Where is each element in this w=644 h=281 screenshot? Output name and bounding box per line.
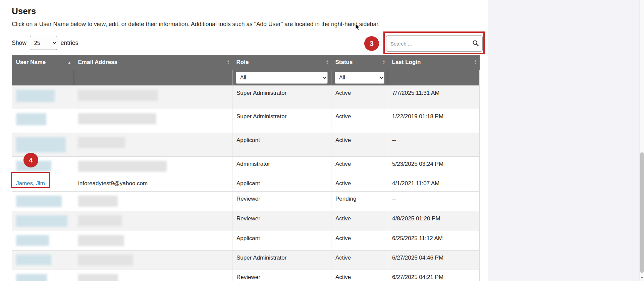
column-label: User Name bbox=[16, 59, 46, 65]
cell-role: Super Administrator bbox=[232, 250, 331, 270]
scrollbar[interactable]: ▾ bbox=[639, 0, 644, 281]
cell-user-name[interactable] bbox=[12, 211, 74, 231]
cell-email bbox=[74, 85, 232, 109]
redacted-user-name bbox=[16, 215, 67, 227]
entries-label: entries bbox=[61, 40, 78, 47]
table-row: AdministratorActive5/23/2025 03:24 PM bbox=[12, 156, 480, 176]
table-row: James, Jiminforeadytest9@yahoo.comApplic… bbox=[12, 176, 480, 191]
cell-last-login: -- bbox=[388, 133, 480, 156]
cell-status: Active bbox=[331, 211, 388, 231]
redacted-email bbox=[78, 196, 118, 207]
cell-status: Active bbox=[331, 133, 388, 156]
right-sidebar bbox=[488, 0, 639, 281]
filter-cell-email-address bbox=[74, 70, 232, 85]
show-label: Show bbox=[12, 40, 26, 47]
search-input[interactable] bbox=[386, 36, 483, 52]
redacted-user-name bbox=[16, 235, 49, 246]
role-filter-select[interactable]: All bbox=[236, 72, 328, 84]
cell-user-name[interactable] bbox=[12, 109, 74, 133]
table-controls: Show 25 entries bbox=[12, 35, 479, 54]
sort-ascending-icon: ▲ bbox=[68, 60, 71, 64]
cell-role: Reviewer bbox=[232, 270, 331, 281]
cell-role: Reviewer bbox=[232, 211, 331, 231]
sort-both-icon: ▲▼ bbox=[474, 60, 477, 65]
page-size-select[interactable]: 25 bbox=[30, 36, 57, 50]
cell-email bbox=[74, 211, 232, 231]
cell-status: Active bbox=[331, 85, 388, 109]
redacted-user-name bbox=[16, 196, 62, 207]
redacted-email bbox=[78, 161, 167, 172]
sort-both-icon: ▲▼ bbox=[383, 60, 385, 65]
cell-email bbox=[74, 231, 232, 250]
scroll-down-arrow[interactable]: ▾ bbox=[640, 276, 644, 281]
cell-user-name[interactable] bbox=[12, 250, 74, 270]
column-label: Status bbox=[335, 59, 353, 65]
cell-user-name[interactable]: James, Jim bbox=[12, 176, 74, 191]
cell-last-login: 7/7/2025 11:31 AM bbox=[388, 85, 480, 109]
table-row: Super AdministratorActive7/7/2025 11:31 … bbox=[12, 85, 480, 109]
cell-role: Applicant bbox=[232, 176, 331, 191]
cell-last-login: 6/25/2025 11:12 AM bbox=[388, 231, 480, 250]
column-header-user-name[interactable]: User Name▲ bbox=[12, 55, 74, 70]
filter-cell-status: All bbox=[331, 70, 388, 85]
table-header-row: User Name▲Email Address▲▼Role▲▼Status▲▼L… bbox=[12, 55, 480, 70]
cell-email bbox=[74, 270, 232, 281]
redacted-user-name bbox=[16, 274, 47, 281]
page-description: Click on a User Name below to view, edit… bbox=[12, 21, 488, 27]
cell-status: Active bbox=[331, 109, 388, 133]
sort-both-icon: ▲▼ bbox=[326, 60, 329, 65]
table-row: Super AdministratorActive6/27/2025 04:46… bbox=[12, 250, 480, 270]
cell-user-name[interactable] bbox=[12, 270, 74, 281]
filter-cell-user-name bbox=[12, 70, 74, 85]
redacted-email bbox=[78, 274, 118, 281]
cell-user-name[interactable] bbox=[12, 191, 74, 211]
status-filter-select[interactable]: All bbox=[335, 72, 384, 84]
filter-cell-last-login bbox=[388, 70, 480, 85]
cell-user-name[interactable] bbox=[12, 156, 74, 176]
column-header-status[interactable]: Status▲▼ bbox=[331, 55, 388, 70]
redacted-user-name bbox=[16, 90, 55, 102]
cell-status: Active bbox=[331, 176, 388, 191]
cell-email bbox=[74, 250, 232, 270]
cell-email bbox=[74, 191, 232, 211]
cell-email bbox=[74, 156, 232, 176]
cell-user-name[interactable] bbox=[12, 85, 74, 109]
redacted-user-name bbox=[16, 255, 51, 265]
redacted-email bbox=[78, 90, 158, 101]
cell-email bbox=[74, 133, 232, 156]
table-row: ReviewerActive4/8/2025 01:20 PM bbox=[12, 211, 480, 231]
page-title: Users bbox=[12, 6, 488, 16]
cell-role: Administrator bbox=[232, 156, 331, 176]
cell-status: Active bbox=[331, 270, 388, 281]
cell-user-name[interactable] bbox=[12, 231, 74, 250]
sort-both-icon: ▲▼ bbox=[227, 60, 230, 65]
cell-email: inforeadytest9@yahoo.com bbox=[74, 176, 232, 191]
redacted-user-name bbox=[16, 137, 66, 152]
redacted-email bbox=[78, 137, 125, 148]
cell-user-name[interactable] bbox=[12, 133, 74, 156]
column-label: Email Address bbox=[78, 59, 117, 65]
cell-last-login: 5/23/2025 03:24 PM bbox=[388, 156, 480, 176]
cell-role: Super Administrator bbox=[232, 109, 331, 133]
search-box bbox=[386, 36, 483, 52]
redacted-email bbox=[78, 235, 124, 246]
cell-last-login: 1/22/2019 01:18 PM bbox=[388, 109, 480, 133]
scrollbar-thumb[interactable] bbox=[640, 152, 644, 273]
column-header-role[interactable]: Role▲▼ bbox=[232, 55, 331, 70]
user-name-link[interactable]: James, Jim bbox=[16, 180, 45, 187]
cell-role: Applicant bbox=[232, 231, 331, 250]
cell-last-login: -- bbox=[388, 191, 480, 211]
column-header-last-login[interactable]: Last Login▲▼ bbox=[388, 55, 480, 70]
cell-last-login: 6/27/2025 04:21 PM bbox=[388, 270, 480, 281]
cell-status: Active bbox=[331, 231, 388, 250]
column-header-email-address[interactable]: Email Address▲▼ bbox=[74, 55, 232, 70]
cell-role: Reviewer bbox=[232, 191, 331, 211]
column-label: Role bbox=[236, 59, 249, 65]
cell-status: Active bbox=[331, 156, 388, 176]
redacted-email bbox=[78, 255, 133, 266]
main-content: Users Click on a User Name below to view… bbox=[0, 0, 488, 281]
redacted-email bbox=[78, 113, 156, 124]
redacted-user-name bbox=[16, 113, 46, 125]
column-label: Last Login bbox=[392, 59, 421, 65]
users-table: User Name▲Email Address▲▼Role▲▼Status▲▼L… bbox=[12, 55, 480, 281]
